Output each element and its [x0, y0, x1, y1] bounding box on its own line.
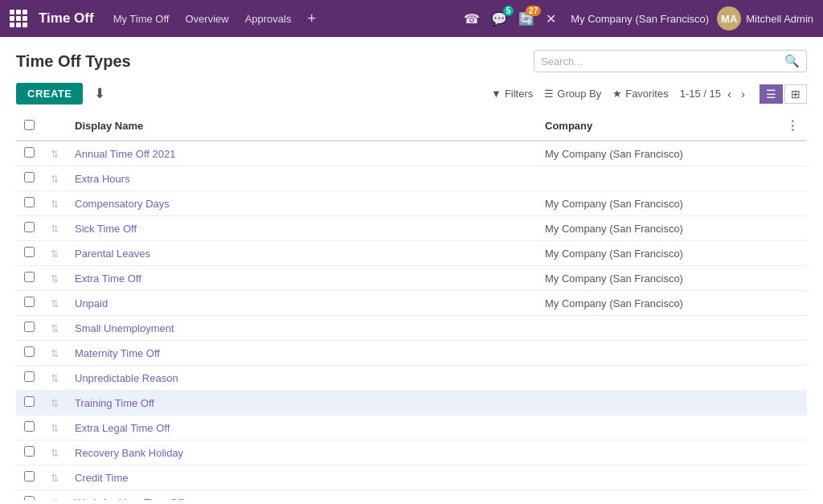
row-checkbox-cell[interactable]: [16, 490, 43, 501]
select-all-checkbox[interactable]: [24, 120, 35, 130]
time-off-type-link[interactable]: Work Accident Time Off: [75, 497, 183, 501]
drag-handle-icon[interactable]: ⇅: [51, 199, 59, 210]
row-checkbox-cell[interactable]: [16, 241, 43, 266]
time-off-type-link[interactable]: Credit Time: [75, 472, 128, 484]
row-display-name[interactable]: Annual Time Off 2021: [67, 141, 537, 166]
row-checkbox-cell[interactable]: [16, 316, 43, 341]
row-checkbox[interactable]: [24, 471, 35, 481]
row-checkbox[interactable]: [24, 247, 35, 257]
list-view-button[interactable]: ☰: [760, 84, 783, 104]
favorites-button[interactable]: ★ Favorites: [612, 88, 668, 100]
drag-handle-icon[interactable]: ⇅: [51, 448, 59, 459]
drag-handle-icon[interactable]: ⇅: [51, 473, 59, 484]
grid-view-button[interactable]: ⊞: [784, 84, 807, 104]
row-checkbox[interactable]: [24, 496, 35, 500]
row-display-name[interactable]: Recovery Bank Holiday: [67, 440, 537, 465]
time-off-type-link[interactable]: Unpredictable Reason: [75, 372, 178, 384]
search-icon[interactable]: 🔍: [784, 54, 800, 68]
row-display-name[interactable]: Maternity Time Off: [67, 341, 537, 366]
time-off-type-link[interactable]: Sick Time Off: [75, 223, 137, 235]
drag-handle-icon[interactable]: ⇅: [51, 273, 59, 285]
time-off-type-link[interactable]: Extra Legal Time Off: [75, 422, 170, 434]
nav-approvals[interactable]: Approvals: [245, 13, 292, 25]
row-checkbox-cell[interactable]: [16, 216, 43, 241]
drag-handle-icon[interactable]: ⇅: [51, 373, 59, 384]
row-checkbox[interactable]: [24, 446, 35, 457]
row-checkbox-cell[interactable]: [16, 166, 43, 191]
row-display-name[interactable]: Unpaid: [67, 291, 537, 316]
time-off-type-link[interactable]: Compensatory Days: [75, 198, 170, 210]
nav-overview[interactable]: Overview: [185, 13, 228, 25]
row-checkbox[interactable]: [24, 396, 35, 407]
chat-icon[interactable]: 💬 5: [491, 11, 507, 27]
company-selector[interactable]: My Company (San Francisco): [571, 13, 709, 25]
row-checkbox-cell[interactable]: [16, 366, 43, 391]
nav-my-time-off[interactable]: My Time Off: [113, 13, 170, 25]
select-all-header[interactable]: [16, 112, 43, 141]
row-checkbox[interactable]: [24, 346, 35, 357]
time-off-type-link[interactable]: Annual Time Off 2021: [75, 148, 176, 160]
row-checkbox[interactable]: [24, 197, 35, 207]
row-display-name[interactable]: Unpredictable Reason: [67, 366, 537, 391]
time-off-type-link[interactable]: Extra Hours: [75, 173, 130, 185]
download-button[interactable]: ⬇: [89, 82, 110, 105]
row-checkbox-cell[interactable]: [16, 266, 43, 291]
row-checkbox[interactable]: [24, 322, 35, 332]
row-checkbox-cell[interactable]: [16, 391, 43, 416]
row-checkbox-cell[interactable]: [16, 141, 43, 166]
drag-handle-icon[interactable]: ⇅: [51, 498, 59, 501]
col-display-name[interactable]: Display Name: [67, 112, 537, 141]
drag-handle-icon[interactable]: ⇅: [51, 149, 59, 160]
row-display-name[interactable]: Sick Time Off: [67, 216, 537, 241]
time-off-type-link[interactable]: Parental Leaves: [75, 248, 150, 260]
search-bar[interactable]: 🔍: [534, 50, 807, 72]
row-checkbox[interactable]: [24, 272, 35, 282]
row-checkbox[interactable]: [24, 147, 35, 158]
row-checkbox-cell[interactable]: [16, 341, 43, 366]
row-display-name[interactable]: Credit Time: [67, 465, 537, 490]
row-checkbox[interactable]: [24, 421, 35, 432]
drag-handle-icon[interactable]: ⇅: [51, 298, 59, 309]
row-display-name[interactable]: Extra Time Off: [67, 266, 537, 291]
create-button[interactable]: CREATE: [16, 83, 83, 104]
add-menu-button[interactable]: +: [307, 10, 316, 27]
row-checkbox-cell[interactable]: [16, 440, 43, 465]
row-checkbox-cell[interactable]: [16, 291, 43, 316]
row-display-name[interactable]: Training Time Off: [67, 391, 537, 416]
groupby-button[interactable]: ☰ Group By: [544, 88, 601, 100]
time-off-type-link[interactable]: Recovery Bank Holiday: [75, 447, 183, 459]
drag-handle-icon[interactable]: ⇅: [51, 248, 59, 260]
row-display-name[interactable]: Compensatory Days: [67, 191, 537, 216]
filters-button[interactable]: ▼ Filters: [491, 88, 533, 100]
avatar[interactable]: MA: [717, 6, 741, 31]
row-checkbox[interactable]: [24, 222, 35, 232]
row-display-name[interactable]: Extra Legal Time Off: [67, 416, 537, 440]
user-name[interactable]: Mitchell Admin: [746, 13, 813, 25]
row-display-name[interactable]: Parental Leaves: [67, 241, 537, 266]
time-off-type-link[interactable]: Unpaid: [75, 297, 108, 309]
drag-handle-icon[interactable]: ⇅: [51, 323, 59, 334]
drag-handle-icon[interactable]: ⇅: [51, 174, 59, 185]
settings-icon[interactable]: ✕: [546, 11, 556, 27]
phone-icon[interactable]: ☎: [464, 11, 480, 27]
row-display-name[interactable]: Extra Hours: [67, 166, 537, 191]
col-company[interactable]: Company: [537, 112, 778, 141]
activity-icon[interactable]: 🔄 27: [518, 11, 534, 27]
search-input[interactable]: [541, 55, 784, 68]
next-page-button[interactable]: ›: [738, 87, 748, 100]
apps-menu-icon[interactable]: [10, 10, 27, 27]
row-checkbox[interactable]: [24, 297, 35, 307]
prev-page-button[interactable]: ‹: [724, 87, 735, 100]
row-display-name[interactable]: Work Accident Time Off: [67, 490, 537, 501]
time-off-type-link[interactable]: Extra Time Off: [75, 272, 141, 285]
more-icon[interactable]: ⋮: [786, 119, 799, 133]
time-off-type-link[interactable]: Small Unemployment: [75, 322, 174, 334]
row-checkbox[interactable]: [24, 172, 35, 182]
row-checkbox[interactable]: [24, 371, 35, 382]
drag-handle-icon[interactable]: ⇅: [51, 348, 59, 359]
time-off-type-link[interactable]: Training Time Off: [75, 397, 154, 409]
row-checkbox-cell[interactable]: [16, 465, 43, 490]
row-display-name[interactable]: Small Unemployment: [67, 316, 537, 341]
drag-handle-icon[interactable]: ⇅: [51, 223, 59, 235]
row-checkbox-cell[interactable]: [16, 416, 43, 440]
